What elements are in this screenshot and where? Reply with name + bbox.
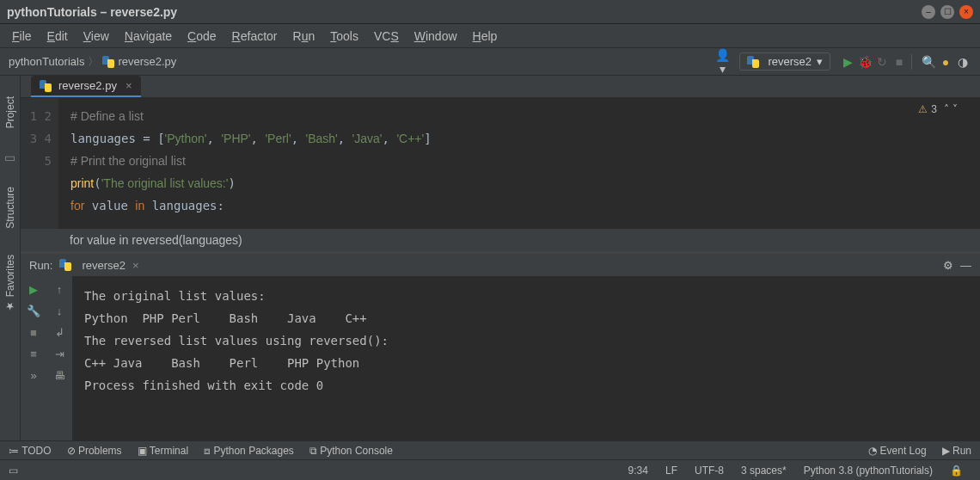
menu-view[interactable]: View: [77, 28, 116, 45]
scroll-end-icon[interactable]: ⇥: [55, 348, 64, 360]
python-file-icon: [102, 56, 114, 68]
minimize-icon[interactable]: –: [922, 5, 935, 19]
status-widget-icon[interactable]: ▭: [9, 465, 18, 477]
run-panel-label: Run:: [29, 259, 52, 272]
warning-count: 3: [931, 103, 937, 115]
menu-vcs[interactable]: VCS: [367, 28, 406, 45]
editor-tab-label: reverse2.py: [58, 79, 117, 92]
hide-panel-icon[interactable]: —: [960, 259, 971, 272]
python-icon: [59, 259, 71, 271]
parameter-hint: for value in reversed(languages): [21, 229, 980, 251]
event-log-tab[interactable]: ◔ Event Log: [868, 445, 926, 457]
bottom-tool-stripe: ≔ TODO ⊘ Problems ▣ Terminal ⧈ Python Pa…: [0, 440, 980, 459]
debug-icon[interactable]: 🐞: [856, 55, 873, 69]
editor-tab-reverse2[interactable]: reverse2.py ×: [31, 76, 141, 97]
up-arrow-icon[interactable]: ↑: [57, 283, 63, 296]
chevron-down-icon[interactable]: ˅: [952, 103, 958, 115]
update-icon[interactable]: ●: [937, 55, 954, 69]
favorites-tool-tab[interactable]: ★ Favorites: [4, 251, 16, 316]
menu-window[interactable]: Window: [407, 28, 464, 45]
warning-icon: ⚠: [918, 103, 928, 115]
code-body[interactable]: # Define a list languages = ['Python', '…: [58, 98, 432, 229]
wrench-icon[interactable]: 🔧: [27, 305, 40, 317]
cursor-position[interactable]: 9:34: [620, 465, 657, 477]
ide-icon[interactable]: ◑: [954, 55, 971, 69]
add-config-icon[interactable]: 👤▾: [714, 48, 731, 76]
search-icon[interactable]: 🔍: [920, 55, 937, 69]
run-tab[interactable]: ▶ Run: [942, 445, 971, 457]
menu-file[interactable]: File: [5, 28, 39, 45]
close-tab-icon[interactable]: ×: [126, 79, 132, 92]
stop-run-icon[interactable]: ■: [30, 326, 37, 339]
status-bar: ▭ 9:34 LF UTF-8 3 spaces* Python 3.8 (py…: [0, 459, 980, 480]
menu-code[interactable]: Code: [181, 28, 223, 45]
navigation-bar: pythonTutorials 〉 reverse2.py 👤▾ reverse…: [0, 48, 980, 76]
maximize-icon[interactable]: ☐: [940, 5, 954, 19]
problems-tab[interactable]: ⊘ Problems: [67, 445, 122, 457]
terminal-tab[interactable]: ▣ Terminal: [138, 445, 188, 457]
code-editor[interactable]: 1 2 3 4 5 # Define a list languages = ['…: [21, 98, 980, 229]
breadcrumb-file[interactable]: reverse2.py: [118, 55, 176, 68]
rerun-icon[interactable]: ▶: [29, 283, 38, 296]
project-icon[interactable]: ▭: [4, 151, 15, 164]
lock-icon[interactable]: 🔒: [941, 465, 971, 477]
window-titlebar: pythonTutorials – reverse2.py – ☐ ×: [0, 0, 980, 24]
chevron-up-icon[interactable]: ˄: [944, 103, 949, 115]
structure-tool-tab[interactable]: Structure: [4, 183, 16, 232]
chevron-down-icon: ▾: [817, 55, 823, 68]
left-tool-stripe: Project ▭ Structure ★ Favorites: [0, 76, 21, 440]
down-arrow-icon[interactable]: ↓: [57, 305, 63, 317]
stop-icon[interactable]: ■: [891, 55, 908, 69]
interpreter[interactable]: Python 3.8 (pythonTutorials): [795, 465, 941, 477]
menu-navigate[interactable]: Navigate: [118, 28, 179, 45]
python-console-tab[interactable]: ⧉ Python Console: [309, 445, 393, 457]
run-panel-config: reverse2: [82, 259, 126, 272]
run-config-selector[interactable]: reverse2 ▾: [739, 52, 830, 71]
close-run-tab-icon[interactable]: ×: [132, 259, 139, 272]
inspection-badge[interactable]: ⚠ 3 ˄ ˅: [918, 103, 958, 115]
settings-icon[interactable]: ⚙: [943, 259, 953, 272]
close-icon[interactable]: ×: [959, 5, 973, 19]
run-config-name: reverse2: [768, 55, 812, 68]
breadcrumb-separator: 〉: [88, 54, 99, 70]
coverage-icon[interactable]: ↻: [873, 55, 891, 69]
gutter-line-numbers: 1 2 3 4 5: [21, 98, 58, 229]
menu-bar: File Edit View Navigate Code Refactor Ru…: [0, 24, 980, 48]
python-icon: [747, 56, 759, 68]
run-toolbar: ▶ 🔧 ■ ≡ » ↑ ↓ ↲ ⇥ 🖶: [21, 276, 72, 440]
todo-tab[interactable]: ≔ TODO: [9, 445, 52, 457]
menu-tools[interactable]: Tools: [323, 28, 365, 45]
menu-refactor[interactable]: Refactor: [225, 28, 285, 45]
menu-help[interactable]: Help: [466, 28, 505, 45]
breadcrumb-project[interactable]: pythonTutorials: [9, 55, 84, 68]
console-output[interactable]: The original list values: Python PHP Per…: [72, 276, 980, 440]
indent-setting[interactable]: 3 spaces*: [732, 465, 795, 477]
layout-icon[interactable]: ≡: [30, 348, 37, 360]
more-icon[interactable]: »: [30, 369, 36, 382]
project-tool-tab[interactable]: Project: [4, 93, 16, 132]
line-separator[interactable]: LF: [657, 465, 686, 477]
menu-run[interactable]: Run: [286, 28, 322, 45]
soft-wrap-icon[interactable]: ↲: [55, 326, 64, 339]
run-tool-window: Run: reverse2 × ⚙ — ▶ 🔧 ■ ≡ »: [21, 251, 980, 440]
window-title: pythonTutorials – reverse2.py: [7, 5, 177, 19]
editor-tab-bar: reverse2.py ×: [21, 76, 980, 98]
run-icon[interactable]: ▶: [839, 55, 856, 69]
encoding[interactable]: UTF-8: [686, 465, 732, 477]
menu-edit[interactable]: Edit: [40, 28, 75, 45]
python-file-icon: [40, 80, 52, 92]
python-packages-tab[interactable]: ⧈ Python Packages: [204, 445, 294, 457]
print-icon[interactable]: 🖶: [54, 369, 65, 382]
